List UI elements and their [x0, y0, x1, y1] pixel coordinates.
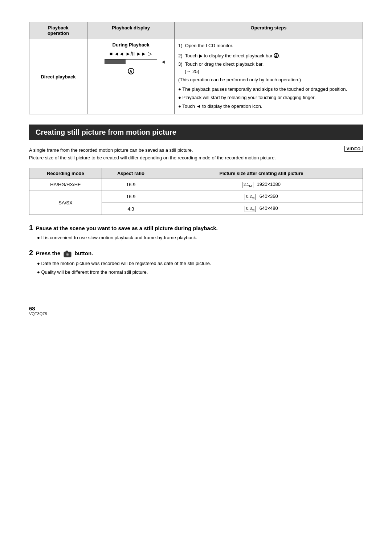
- play-pause-icon: ►/II: [126, 51, 135, 57]
- section-heading-text: Creating still picture from motion pictu…: [36, 128, 176, 136]
- playback-bar-container: ◄: [102, 59, 160, 64]
- page-number: 68: [29, 305, 363, 311]
- table-row-2: SA/SX 16:9 0.2M 640×360: [29, 191, 363, 203]
- section-heading: Creating still picture from motion pictu…: [29, 125, 363, 140]
- size-3: 0.3M 640×480: [160, 203, 363, 215]
- direct-playback-label: Direct playback: [41, 74, 75, 80]
- aspect-2: 16:9: [102, 191, 160, 203]
- size-1: 2.1M 1920×1080: [160, 179, 363, 191]
- desc-line-1: A single frame from the recorded motion …: [29, 147, 193, 153]
- step-2-header: 2 Press the button.: [29, 249, 363, 258]
- step-1: 1) Open the LCD monitor.: [178, 42, 359, 49]
- step-block-2: 2 Press the button. Date the motion pict…: [29, 249, 363, 276]
- th-aspect-ratio: Aspect ratio: [102, 168, 160, 179]
- th-picture-size: Picture size after creating still pictur…: [160, 168, 363, 179]
- description: A single frame from the recorded motion …: [29, 147, 363, 162]
- svg-rect-3: [66, 251, 68, 252]
- camera-button-icon: [63, 250, 72, 258]
- td-operation: Direct playback: [29, 39, 87, 114]
- stop-icon: ■: [110, 51, 113, 57]
- step-note: (This operation can be performed only by…: [178, 76, 359, 83]
- ff-icon: ►►: [136, 51, 147, 57]
- th-operation: Playbackoperation: [29, 22, 87, 39]
- footer: 68 VQT3Q78: [29, 305, 363, 316]
- th-steps: Operating steps: [175, 22, 363, 39]
- th-recording-mode: Recording mode: [29, 168, 102, 179]
- step-block-1: 1 Pause at the scene you want to save as…: [29, 224, 363, 241]
- rewind-icon: ◄◄: [114, 51, 124, 57]
- td-steps: 1) Open the LCD monitor. 2) Touch ▶ to d…: [175, 39, 363, 114]
- step-1-body: It is convenient to use slow-motion play…: [37, 234, 363, 242]
- bullet-1: ● The playback pauses temporarily and sk…: [178, 86, 359, 93]
- bottom-table: Recording mode Aspect ratio Picture size…: [29, 168, 363, 215]
- th-display: Playback display: [87, 22, 175, 39]
- step-3: 3) Touch or drag the direct playback bar…: [178, 61, 359, 75]
- td-display: During Playback ■ ◄◄ ►/II ►► ▷ ◄: [87, 39, 175, 114]
- aspect-3: 4:3: [102, 203, 160, 215]
- size-2: 0.2M 640×360: [160, 191, 363, 203]
- video-badge: VIDEO: [344, 146, 363, 152]
- bullet-3: ● Touch ◄ to display the operation icon.: [178, 103, 359, 110]
- size-badge-2: 0.2M: [245, 194, 256, 200]
- svg-point-2: [67, 254, 68, 255]
- size-badge-1: 2.1M: [242, 182, 253, 188]
- label-a: A: [128, 68, 134, 74]
- skip-icon: ▷: [148, 50, 152, 57]
- top-table: Playbackoperation Playback display Opera…: [29, 22, 363, 114]
- step-2-text-2: button.: [75, 250, 93, 256]
- during-playback-label: During Playback: [91, 42, 171, 48]
- step-2-bullet-1: Date the motion picture was recorded wil…: [37, 260, 363, 268]
- table-row-1: HA/HG/HX/HE 16:9 2.1M 1920×1080: [29, 179, 363, 191]
- vqt-code: VQT3Q78: [29, 311, 363, 316]
- playback-bar: [105, 59, 157, 64]
- inline-label-a: A: [274, 53, 279, 58]
- step-1-bullet-1: It is convenient to use slow-motion play…: [37, 234, 363, 242]
- step-2-number: 2: [29, 249, 33, 257]
- step-2-text: Press the: [36, 250, 61, 256]
- size-badge-3: 0.3M: [245, 206, 256, 212]
- step-1-header: 1 Pause at the scene you want to save as…: [29, 224, 363, 233]
- step-2-bullet-2: Quality will be different from the norma…: [37, 269, 363, 276]
- step-2-body: Date the motion picture was recorded wil…: [37, 260, 363, 276]
- step-1-number: 1: [29, 224, 33, 232]
- playback-controls: ■ ◄◄ ►/II ►► ▷: [91, 50, 171, 57]
- mode-2: SA/SX: [29, 191, 102, 215]
- playback-bar-fill: [105, 60, 126, 64]
- aspect-1: 16:9: [102, 179, 160, 191]
- step-1-text: Pause at the scene you want to save as a…: [36, 225, 218, 231]
- mode-1: HA/HG/HX/HE: [29, 179, 102, 191]
- bar-arrow-icon: ◄: [161, 59, 166, 65]
- desc-line-2: Picture size of the still picture to be …: [29, 155, 276, 160]
- bullet-2: ● Playback will start by releasing your …: [178, 94, 359, 101]
- step-2: 2) Touch ▶ to display the direct playbac…: [178, 51, 359, 60]
